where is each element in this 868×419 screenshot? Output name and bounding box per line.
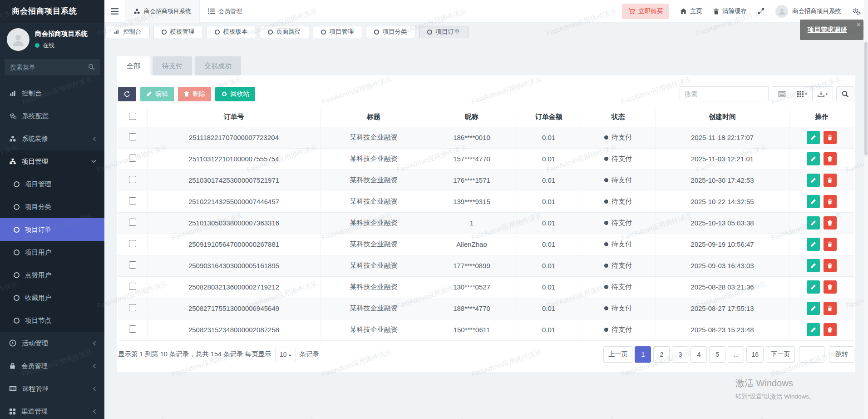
- row-delete-button[interactable]: [824, 131, 837, 144]
- row-checkbox[interactable]: [129, 176, 136, 183]
- sidebar-search-input[interactable]: [5, 59, 100, 75]
- row-checkbox[interactable]: [129, 240, 136, 247]
- next-page-button[interactable]: 下一页: [766, 346, 795, 363]
- nav-tab-page-path[interactable]: 页面路径: [260, 26, 309, 38]
- row-delete-button[interactable]: [824, 259, 837, 272]
- prev-page-button[interactable]: 上一页: [603, 346, 632, 363]
- row-checkbox[interactable]: [129, 197, 136, 205]
- table-row[interactable]: 251118221707000007723204某科技企业融资186****00…: [118, 127, 854, 148]
- row-edit-button[interactable]: [807, 152, 820, 165]
- home-link[interactable]: 主页: [680, 7, 702, 15]
- table-row[interactable]: 251022143255000007446457某科技企业融资139****93…: [118, 191, 854, 212]
- nav-tab-project-manage[interactable]: 项目管理: [313, 26, 362, 38]
- close-icon[interactable]: ×: [857, 20, 861, 28]
- select-all-checkbox[interactable]: [129, 113, 136, 120]
- row-checkbox[interactable]: [129, 133, 136, 140]
- nav-tab-project-order[interactable]: 项目订单: [419, 26, 469, 38]
- nav-tab-template-version[interactable]: 模板版本: [207, 26, 256, 38]
- table-row[interactable]: 251013050338000007363316某科技企业融资10.01待支付2…: [118, 212, 854, 234]
- row-delete-button[interactable]: [824, 195, 837, 208]
- table-search-input[interactable]: [680, 86, 769, 101]
- sidebar-item-dashboard[interactable]: 控制台: [0, 82, 104, 105]
- nav-tab-template-manage[interactable]: 模板管理: [153, 26, 203, 38]
- header-order-no[interactable]: 订单号: [147, 108, 321, 127]
- page-size-select[interactable]: 10 ▴: [275, 348, 296, 361]
- row-delete-button[interactable]: [824, 302, 837, 315]
- columns-button[interactable]: ▾: [792, 86, 813, 101]
- tab-all[interactable]: 全部: [117, 56, 150, 75]
- sidebar-item-project-order[interactable]: 项目订单: [0, 218, 104, 241]
- page-number-button[interactable]: 16: [746, 346, 764, 363]
- refresh-button[interactable]: [118, 87, 136, 101]
- jump-page-input[interactable]: [799, 346, 824, 363]
- page-number-button[interactable]: 2: [653, 346, 670, 363]
- menu-toggle-icon[interactable]: [104, 0, 125, 23]
- page-scrollbar[interactable]: [864, 0, 868, 419]
- row-edit-button[interactable]: [807, 195, 820, 208]
- row-delete-button[interactable]: [824, 152, 837, 165]
- sidebar-item-project-category[interactable]: 项目分类: [0, 195, 104, 218]
- sidebar-item-system-config[interactable]: 系统配置: [0, 105, 104, 127]
- detail-view-button[interactable]: [772, 86, 792, 101]
- export-button[interactable]: ▾: [813, 86, 833, 101]
- topbar-user[interactable]: 商会招商项目系统: [775, 5, 841, 18]
- toast-link[interactable]: 项目需求调研: [800, 25, 847, 34]
- row-edit-button[interactable]: [807, 238, 820, 251]
- row-delete-button[interactable]: [824, 238, 837, 251]
- row-checkbox[interactable]: [129, 219, 136, 226]
- row-edit-button[interactable]: [807, 259, 820, 272]
- row-checkbox[interactable]: [129, 283, 136, 290]
- row-edit-button[interactable]: [807, 323, 820, 336]
- delete-button[interactable]: 删除: [178, 87, 211, 101]
- fullscreen-icon[interactable]: [758, 8, 764, 15]
- buy-now-button[interactable]: 立即购买: [622, 4, 669, 19]
- jump-button[interactable]: 跳转: [829, 346, 854, 363]
- header-created-time[interactable]: 创建时间: [656, 108, 789, 127]
- sidebar-item-channel-management[interactable]: 渠道管理: [0, 400, 104, 419]
- row-edit-button[interactable]: [807, 174, 820, 187]
- page-number-button[interactable]: 4: [690, 346, 707, 363]
- sidebar-item-course-management[interactable]: 课程管理: [0, 377, 104, 400]
- row-checkbox[interactable]: [129, 325, 136, 333]
- header-amount[interactable]: 订单金额: [517, 108, 581, 127]
- row-edit-button[interactable]: [807, 280, 820, 294]
- row-edit-button[interactable]: [807, 131, 820, 144]
- table-row[interactable]: 251103122101000007555754某科技企业融资157****47…: [118, 148, 854, 170]
- page-number-button[interactable]: 3: [672, 346, 688, 363]
- advanced-search-button[interactable]: [836, 86, 854, 101]
- table-row[interactable]: 250827175513000006945649某科技企业融资188****47…: [118, 298, 854, 319]
- header-status[interactable]: 状态: [581, 108, 656, 127]
- row-edit-button[interactable]: [807, 216, 820, 229]
- tab-success[interactable]: 交易成功: [195, 56, 241, 75]
- clear-cache-link[interactable]: 清除缓存: [713, 7, 747, 15]
- sidebar-item-system-decoration[interactable]: 系统装修: [0, 127, 104, 150]
- row-checkbox[interactable]: [129, 304, 136, 311]
- row-checkbox[interactable]: [129, 261, 136, 269]
- sidebar-item-activity-management[interactable]: 活动管理: [0, 332, 104, 354]
- table-row[interactable]: 250903164303000005161895某科技企业融资177****08…: [118, 255, 854, 276]
- topbar-tab-member[interactable]: 会员管理: [200, 0, 250, 23]
- header-nickname[interactable]: 昵称: [427, 108, 517, 127]
- page-number-button[interactable]: 1: [635, 346, 651, 363]
- topbar-tab-app[interactable]: 商会招商项目系统: [125, 0, 200, 23]
- row-edit-button[interactable]: [807, 302, 820, 315]
- recycle-bin-button[interactable]: ♻ 回收站: [215, 87, 255, 101]
- edit-button[interactable]: 编辑: [140, 87, 174, 101]
- row-delete-button[interactable]: [824, 216, 837, 229]
- app-logo[interactable]: 商会招商项目系统: [0, 0, 104, 23]
- table-row[interactable]: 251030174253000007521971某科技企业融资176****15…: [118, 170, 854, 191]
- nav-tab-project-category[interactable]: 项目分类: [366, 26, 415, 38]
- row-delete-button[interactable]: [824, 323, 837, 336]
- sidebar-item-project-manage[interactable]: 项目管理: [0, 173, 104, 195]
- header-title[interactable]: 标题: [321, 108, 427, 127]
- scrollbar-thumb[interactable]: [864, 42, 868, 155]
- table-row[interactable]: 250828032136000002719212某科技企业融资130****05…: [118, 276, 854, 298]
- tab-unpaid[interactable]: 待支付: [153, 56, 192, 75]
- sidebar-item-like-user[interactable]: 点赞用户: [0, 264, 104, 286]
- sidebar-item-project-node[interactable]: 项目节点: [0, 309, 104, 332]
- settings-gears-icon[interactable]: [852, 7, 861, 15]
- sidebar-item-project-user[interactable]: 项目用户: [0, 241, 104, 264]
- nav-tab-dashboard[interactable]: 控制台: [105, 26, 150, 38]
- row-checkbox[interactable]: [129, 155, 136, 162]
- sidebar-item-member-management[interactable]: 会员管理: [0, 354, 104, 377]
